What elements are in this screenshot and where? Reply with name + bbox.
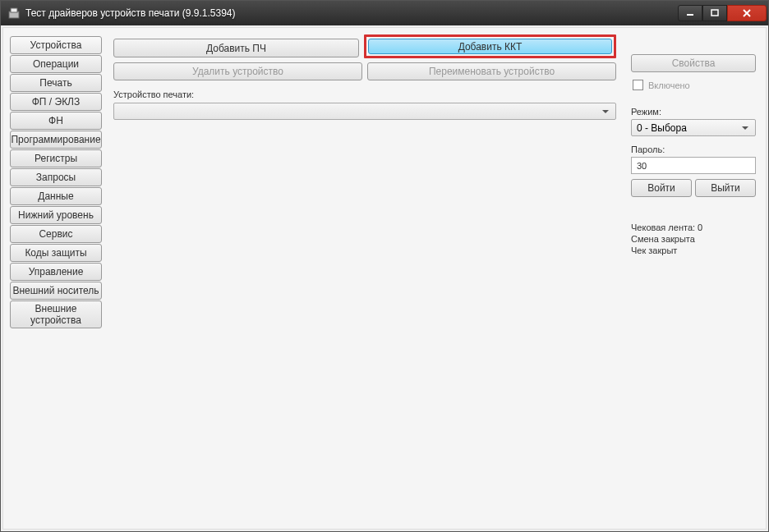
mode-combo[interactable]: 0 - Выбора: [631, 119, 756, 136]
enabled-checkbox-row: Включено: [633, 80, 756, 90]
status-tape: Чековая лента: 0: [631, 222, 756, 232]
sidebar-item-external-media[interactable]: Внешний носитель: [10, 282, 102, 300]
add-pch-button[interactable]: Добавить ПЧ: [113, 39, 359, 57]
enabled-checkbox[interactable]: [633, 80, 643, 90]
add-kkt-button[interactable]: Добавить ККТ: [368, 39, 612, 54]
enabled-label: Включено: [648, 80, 690, 90]
password-input[interactable]: [631, 157, 756, 174]
right-panel: Свойства Включено Режим: 0 - Выбора Паро…: [628, 34, 759, 522]
highlight-frame: Добавить ККТ: [364, 34, 616, 58]
titlebar: Тест драйверов устройств печати (9.9.1.5…: [1, 1, 768, 25]
sidebar-item-data[interactable]: Данные: [10, 187, 102, 205]
properties-button[interactable]: Свойства: [631, 54, 756, 72]
sidebar-item-operations[interactable]: Операции: [10, 55, 102, 73]
button-row-2: Удалить устройство Переименовать устройс…: [113, 62, 616, 80]
button-row-1: Добавить ПЧ Добавить ККТ: [113, 34, 616, 58]
device-combo[interactable]: [113, 103, 616, 120]
status-shift: Смена закрыта: [631, 234, 756, 244]
logout-button[interactable]: Выйти: [695, 179, 756, 197]
svg-rect-1: [11, 8, 17, 12]
close-button[interactable]: [727, 5, 767, 21]
window-title: Тест драйверов устройств печати (9.9.1.5…: [25, 7, 678, 19]
rename-device-button[interactable]: Переименовать устройство: [367, 62, 616, 80]
sidebar-item-print[interactable]: Печать: [10, 74, 102, 92]
delete-device-button[interactable]: Удалить устройство: [113, 62, 362, 80]
sidebar-item-fn[interactable]: ФН: [10, 112, 102, 130]
sidebar-item-fp-eklz[interactable]: ФП / ЭКЛЗ: [10, 93, 102, 111]
mode-label: Режим:: [631, 107, 756, 117]
sidebar-item-devices[interactable]: Устройства: [10, 36, 102, 54]
app-window: Тест драйверов устройств печати (9.9.1.5…: [0, 0, 769, 532]
status-check: Чек закрыт: [631, 245, 756, 255]
svg-rect-3: [711, 10, 718, 16]
content-area: Устройства Операции Печать ФП / ЭКЛЗ ФН …: [2, 27, 767, 530]
login-button-row: Войти Выйти: [631, 179, 756, 197]
minimize-button[interactable]: [678, 5, 702, 21]
sidebar-item-programming[interactable]: Программирование: [10, 131, 102, 149]
main-panel: Добавить ПЧ Добавить ККТ Удалить устройс…: [107, 34, 623, 522]
sidebar-item-protection-codes[interactable]: Коды защиты: [10, 244, 102, 262]
device-label: Устройство печати:: [113, 89, 616, 99]
sidebar-item-lowlevel[interactable]: Нижний уровень: [10, 206, 102, 224]
sidebar-item-external-devices[interactable]: Внешние устройства: [10, 300, 102, 328]
app-icon: [7, 7, 21, 20]
sidebar-item-control[interactable]: Управление: [10, 263, 102, 281]
sidebar-item-service[interactable]: Сервис: [10, 225, 102, 243]
maximize-button[interactable]: [702, 5, 727, 21]
sidebar: Устройства Операции Печать ФП / ЭКЛЗ ФН …: [10, 34, 102, 522]
sidebar-item-registers[interactable]: Регистры: [10, 149, 102, 167]
window-controls: [678, 5, 767, 21]
login-button[interactable]: Войти: [631, 179, 692, 197]
password-label: Пароль:: [631, 144, 756, 154]
sidebar-item-requests[interactable]: Запросы: [10, 168, 102, 186]
